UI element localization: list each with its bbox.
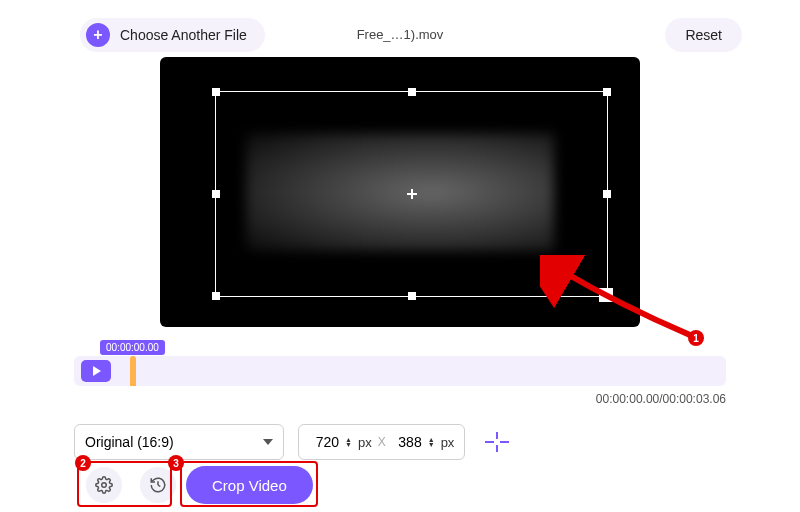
- playhead-time-badge: 00:00:00.00: [100, 340, 165, 355]
- crop-handle-sw[interactable]: [212, 292, 220, 300]
- crop-center-icon: [407, 189, 417, 199]
- annotation-box-2: [77, 461, 172, 507]
- annotation-badge-2: 2: [75, 455, 91, 471]
- timeline-track[interactable]: [74, 356, 726, 386]
- crop-handle-nw[interactable]: [212, 88, 220, 96]
- reset-button[interactable]: Reset: [665, 18, 742, 52]
- time-current: 00:00:00.00: [596, 392, 659, 406]
- center-crop-button[interactable]: [479, 429, 515, 456]
- dimension-separator: X: [378, 435, 386, 449]
- height-stepper[interactable]: ▲▼: [428, 437, 435, 447]
- crop-handle-w[interactable]: [212, 190, 220, 198]
- play-button[interactable]: [81, 360, 111, 382]
- width-unit: px: [358, 435, 372, 450]
- height-value[interactable]: 388: [392, 434, 422, 450]
- annotation-badge-3: 3: [168, 455, 184, 471]
- crop-rectangle[interactable]: [215, 91, 608, 297]
- video-preview[interactable]: [160, 57, 640, 327]
- crop-handle-ne[interactable]: [603, 88, 611, 96]
- crop-handle-se[interactable]: [599, 288, 613, 302]
- annotation-badge-1: 1: [688, 330, 704, 346]
- aspect-ratio-value: Original (16:9): [85, 434, 174, 450]
- dimensions-box: 720 ▲▼ px X 388 ▲▼ px: [298, 424, 465, 460]
- play-icon: [93, 366, 101, 376]
- center-crop-icon: [485, 432, 509, 452]
- choose-file-button[interactable]: + Choose Another File: [80, 18, 265, 52]
- crop-handle-e[interactable]: [603, 190, 611, 198]
- time-display: 00:00:00.00/00:00:03.06: [596, 392, 726, 406]
- width-value[interactable]: 720: [309, 434, 339, 450]
- choose-file-label: Choose Another File: [120, 27, 247, 43]
- reset-label: Reset: [685, 27, 722, 43]
- height-unit: px: [441, 435, 455, 450]
- annotation-box-3: [180, 461, 318, 507]
- crop-handle-n[interactable]: [408, 88, 416, 96]
- time-duration: 00:00:03.06: [663, 392, 726, 406]
- playhead-handle[interactable]: [130, 356, 136, 386]
- crop-handle-s[interactable]: [408, 292, 416, 300]
- width-stepper[interactable]: ▲▼: [345, 437, 352, 447]
- chevron-down-icon: [263, 439, 273, 445]
- plus-icon: +: [86, 23, 110, 47]
